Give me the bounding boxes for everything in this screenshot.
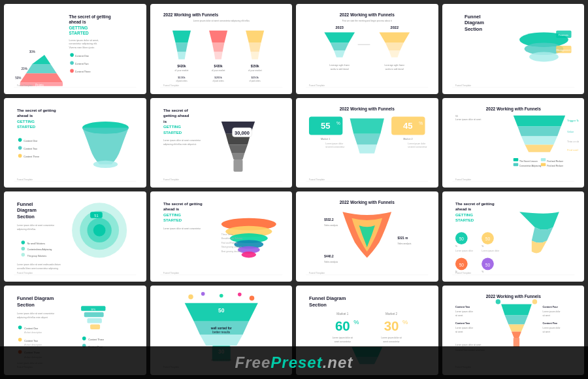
svg-text:adipiscing elit tellus enim al: adipiscing elit tellus enim aliquet.	[17, 316, 48, 319]
svg-text:Market 2: Market 2	[403, 138, 412, 140]
svg-marker-280	[511, 331, 521, 337]
svg-text:sit amet: sit amet	[455, 314, 463, 317]
svg-text:amet consectetur: amet consectetur	[384, 340, 400, 343]
svg-marker-31	[212, 42, 224, 52]
svg-text:A short description: A short description	[24, 331, 42, 334]
svg-text:30,000: 30,000	[235, 129, 250, 135]
svg-text:50%: 50%	[15, 76, 21, 80]
svg-text:Diagram: Diagram	[464, 20, 483, 25]
svg-text:Lorem ipsum dolor: Lorem ipsum dolor	[455, 250, 473, 252]
svg-text:2022: 2022	[391, 25, 399, 29]
svg-text:$440.2: $440.2	[324, 255, 334, 258]
svg-text:of paid orders: of paid orders	[249, 80, 261, 82]
svg-text:Lorem ipsum dolor sit amet: Lorem ipsum dolor sit amet	[455, 118, 480, 121]
svg-point-158	[22, 253, 25, 257]
svg-rect-230	[90, 324, 100, 329]
svg-text:Funnel Template: Funnel Template	[163, 272, 178, 274]
svg-text:Finances: Finances	[558, 34, 568, 37]
svg-text:sit amet consectetur: sit amet consectetur	[325, 146, 345, 148]
svg-rect-281	[513, 337, 519, 346]
svg-rect-141	[540, 163, 545, 166]
svg-text:Funnel Template: Funnel Template	[455, 272, 470, 274]
svg-marker-99	[228, 144, 247, 153]
svg-text:50: 50	[459, 263, 464, 267]
svg-text:Trigger Token: Trigger Token	[566, 119, 579, 122]
svg-point-17	[70, 61, 74, 65]
svg-text:2023: 2023	[335, 25, 343, 29]
svg-point-156	[22, 247, 25, 251]
svg-point-69	[529, 52, 559, 61]
svg-marker-129	[521, 136, 557, 144]
svg-text:Lorem ipsum dolor: Lorem ipsum dolor	[455, 326, 473, 329]
svg-marker-30	[209, 31, 227, 43]
svg-text:$321 m: $321 m	[397, 237, 408, 240]
svg-text:Leverage agile frame: Leverage agile frame	[384, 64, 404, 67]
svg-text:ahead is: ahead is	[17, 114, 33, 118]
svg-text:convallis libero amet consecte: convallis libero amet consectetur adipis…	[17, 267, 59, 270]
svg-text:50: 50	[485, 237, 490, 241]
svg-text:50: 50	[218, 306, 225, 313]
svg-marker-278	[504, 315, 528, 324]
svg-text:Funnel: Funnel	[464, 14, 480, 20]
svg-text:STARTED: STARTED	[17, 125, 36, 129]
svg-text:ahead is: ahead is	[455, 207, 471, 211]
svg-marker-115	[357, 144, 377, 153]
svg-marker-114	[353, 133, 380, 144]
svg-text:Lorem ipsum dolor sit amet mal: Lorem ipsum dolor sit amet malesuada dic…	[17, 263, 61, 266]
svg-marker-55	[379, 33, 410, 43]
svg-text:Lorem ipsum dolor sit amet con: Lorem ipsum dolor sit amet consectetur	[17, 312, 55, 314]
svg-text:The secret of getting: The secret of getting	[163, 202, 202, 206]
svg-text:$250k: $250k	[251, 76, 259, 79]
svg-text:The secret of getting: The secret of getting	[17, 108, 56, 112]
svg-text:Lorem ipsum dolor: Lorem ipsum dolor	[455, 310, 473, 312]
svg-point-153	[93, 224, 106, 237]
svg-marker-36	[248, 42, 261, 52]
svg-rect-229	[87, 318, 101, 323]
svg-text:Funnel Diagram: Funnel Diagram	[309, 295, 346, 301]
svg-text:%: %	[402, 319, 408, 325]
svg-text:Funnel Template: Funnel Template	[17, 272, 33, 274]
slide-8: 2022 Working with Funnels 55 Lorem ipsum…	[442, 98, 585, 188]
svg-text:These Items: These Items	[221, 233, 233, 236]
svg-text:sit amet: sit amet	[542, 314, 550, 317]
slide-6: The secret of getting ahead is GETTING S…	[150, 98, 293, 188]
svg-text:Content Two: Content Two	[75, 63, 89, 65]
svg-text:Funnel Template: Funnel Template	[163, 84, 178, 87]
svg-rect-101	[233, 159, 242, 171]
svg-text:Funnel Template: Funnel Template	[309, 84, 325, 87]
svg-text:Section: Section	[309, 302, 327, 308]
svg-marker-7	[32, 55, 50, 64]
svg-rect-135	[513, 158, 517, 161]
svg-marker-37	[250, 52, 259, 59]
svg-text:Start gearing solution: Start gearing solution	[221, 246, 241, 249]
svg-text:Market 1: Market 1	[321, 138, 330, 140]
slide-1: The secret of getting ahead is GETTING S…	[4, 4, 146, 94]
svg-text:The secret of: The secret of	[163, 108, 188, 112]
svg-text:2022 Working with Funnels: 2022 Working with Funnels	[485, 294, 540, 299]
svg-text:Funnel Template: Funnel Template	[455, 84, 470, 87]
svg-text:2022 Working with Funnels: 2022 Working with Funnels	[485, 107, 540, 112]
svg-text:2022 Working with Funnels: 2022 Working with Funnels	[340, 12, 395, 18]
svg-text:The Secret Lesson: The Secret Lesson	[519, 159, 538, 162]
svg-point-242	[188, 294, 193, 299]
slide-12: The secret of getting ahead is GETTING S…	[442, 191, 585, 282]
svg-text:sit amet: sit amet	[542, 331, 550, 333]
svg-text:consectetur adipiscing elit.: consectetur adipiscing elit.	[69, 42, 97, 45]
svg-text:Content Two: Content Two	[24, 148, 37, 150]
svg-text:51: 51	[94, 214, 98, 218]
svg-marker-57	[389, 51, 400, 58]
svg-text:Lorem ipsum dolor: Lorem ipsum dolor	[408, 142, 426, 144]
slide-5: The secret of getting ahead is GETTING S…	[4, 98, 146, 188]
watermark: FreePreset.net	[0, 346, 588, 379]
svg-text:STARTED: STARTED	[163, 218, 182, 222]
svg-text:Section: Section	[17, 214, 35, 220]
svg-text:No small Solutions: No small Solutions	[27, 242, 45, 245]
svg-text:getting ahead: getting ahead	[163, 114, 189, 118]
svg-text:Trim or decision: Trim or decision	[566, 139, 579, 142]
svg-text:Lorem ipsum dolor sit: Lorem ipsum dolor sit	[333, 336, 353, 338]
svg-text:30%: 30%	[29, 50, 35, 54]
svg-text:2022 Working with Funnels: 2022 Working with Funnels	[340, 200, 395, 205]
svg-text:Lorem ipsum dolor sit amet con: Lorem ipsum dolor sit amet consectetur	[17, 224, 55, 227]
svg-marker-51	[324, 33, 355, 43]
svg-text:Lorem ipsum dolor: Lorem ipsum dolor	[482, 250, 500, 252]
